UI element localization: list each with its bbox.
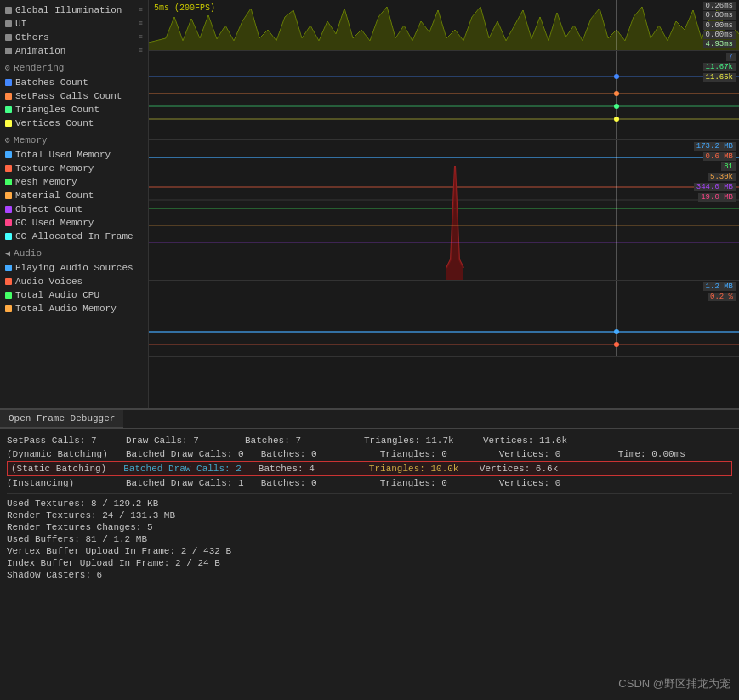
bottom-panel: Open Frame Debugger SetPass Calls: 7 Dra… [0,408,739,700]
svg-point-26 [614,329,619,334]
sidebar: Global Illumination ≡ UI ≡ Others ≡ Anim… [0,0,149,408]
fps-chart-svg [149,0,739,51]
detail-line-1: Used Textures: 8 / 129.2 KB [7,498,732,509]
batches: Batches: 7 [245,435,347,446]
render-values: 7 11.67k 11.65k [703,53,736,82]
memory-chart-section: 173.2 MB 0.6 MB 81 5.30k 344.0 MB 19.0 M… [149,140,739,281]
stats-grid: SetPass Calls: 7 Draw Calls: 7 Batches: … [0,429,739,586]
fps-bottom-values: 0.00ms 0.00ms 4.93ms [703,21,736,48]
sidebar-item-ui[interactable]: UI ≡ [0,17,148,31]
static-batching: (Static Batching) [11,464,106,474]
svg-point-9 [614,74,619,79]
triangles: Triangles: 11.7k [364,435,466,446]
sidebar-item-total-audio-memory[interactable]: Total Audio Memory [0,302,148,316]
instancing-draw-calls: Batched Draw Calls: 1 [126,478,244,488]
menu-icon: ≡ [139,20,143,28]
svg-rect-13 [149,140,739,281]
batched-draw-calls: Batched Draw Calls: 0 [126,449,244,459]
svg-rect-22 [149,281,739,357]
batches-highlighted: Batches: 4 [259,464,352,474]
render-chart-svg [149,51,739,140]
gear-icon: ⚙ [5,135,10,145]
time: Time: 0.00ms [618,449,720,459]
sidebar-item-animation[interactable]: Animation ≡ [0,44,148,58]
render-chart-section: 7 11.67k 11.65k [149,51,739,140]
sidebar-item-total-used-memory[interactable]: Total Used Memory [0,148,148,162]
stats-row-1: SetPass Calls: 7 Draw Calls: 7 Batches: … [7,434,732,447]
detail-line-6: Index Buffer Upload In Frame: 2 / 24 B [7,557,732,569]
sidebar-item-playing-audio-sources[interactable]: Playing Audio Sources [0,261,148,275]
audio-chart-svg [149,281,739,357]
sidebar-item-audio-voices[interactable]: Audio Voices [0,275,148,288]
sidebar-category-audio[interactable]: ◀ Audio [0,243,148,261]
dynamic-batching: (Dynamic Batching) [7,449,109,459]
sidebar-category-rendering[interactable]: ⚙ Rendering [0,58,148,76]
memory-chart-svg [149,140,739,281]
menu-icon: ≡ [139,6,143,14]
triangles-highlighted: Triangles: 10.0k [369,464,463,474]
audio-icon: ◀ [5,248,10,259]
detail-line-4: Used Buffers: 81 / 1.2 MB [7,533,732,545]
sidebar-item-batches-count[interactable]: Batches Count [0,76,148,89]
sidebar-item-material-count[interactable]: Material Count [0,189,148,202]
sidebar-item-texture-memory[interactable]: Texture Memory [0,162,148,175]
stats-row-2: (Dynamic Batching) Batched Draw Calls: 0… [7,447,732,461]
menu-icon: ≡ [139,33,143,42]
svg-rect-3 [149,51,739,140]
tab-bar: Open Frame Debugger [0,410,739,429]
sidebar-item-object-count[interactable]: Object Count [0,202,148,216]
sidebar-item-triangles-count[interactable]: Triangles Count [0,103,148,117]
watermark: CSDN @野区捕龙为宠 [618,676,730,691]
detail-line-2: Render Textures: 24 / 131.3 MB [7,509,732,521]
sidebar-item-total-audio-cpu[interactable]: Total Audio CPU [0,288,148,302]
batches-2: Batches: 0 [261,449,363,459]
sidebar-item-global-illumination[interactable]: Global Illumination ≡ [0,3,148,17]
fps-label: 5ms (200FPS) [154,3,215,13]
audio-chart-section: 1.2 MB 0.2 % [149,281,739,357]
open-frame-debugger-tab[interactable]: Open Frame Debugger [0,410,123,428]
sidebar-item-vertices-count[interactable]: Vertices Count [0,117,148,130]
divider [7,493,732,494]
vertices: Vertices: 11.6k [483,435,585,446]
draw-calls: Draw Calls: 7 [126,435,228,446]
instancing: (Instancing) [7,478,109,488]
svg-point-27 [614,342,619,347]
chart-area: 5ms (200FPS) 0.26ms 0.00ms 0.00ms 0.00ms… [149,0,739,408]
sidebar-item-others[interactable]: Others ≡ [0,31,148,44]
fps-chart-section: 5ms (200FPS) 0.26ms 0.00ms 0.00ms 0.00ms… [149,0,739,51]
sidebar-category-memory[interactable]: ⚙ Memory [0,130,148,148]
detail-line-7: Shadow Casters: 6 [7,569,732,581]
sidebar-item-setpass-calls[interactable]: SetPass Calls Count [0,89,148,103]
instancing-triangles: Triangles: 0 [380,478,482,488]
vertices-highlighted: Vertices: 6.6k [480,464,573,474]
vertices-2: Vertices: 0 [499,449,601,459]
fps-values: 0.26ms 0.00ms [703,2,736,20]
svg-point-11 [614,104,619,109]
detail-line-3: Render Textures Changes: 5 [7,521,732,533]
sidebar-item-gc-allocated-in-frame[interactable]: GC Allocated In Frame [0,230,148,243]
instancing-vertices: Vertices: 0 [499,478,601,488]
menu-icon: ≡ [139,47,143,55]
gear-icon: ⚙ [5,63,10,73]
detail-line-5: Vertex Buffer Upload In Frame: 2 / 432 B [7,545,732,557]
memory-values: 173.2 MB 0.6 MB 81 5.30k 344.0 MB 19.0 M… [694,142,736,202]
stats-row-instancing: (Instancing) Batched Draw Calls: 1 Batch… [7,476,732,490]
sidebar-top-section: Global Illumination ≡ UI ≡ Others ≡ Anim… [0,0,148,58]
instancing-batches: Batches: 0 [261,478,363,488]
sidebar-item-gc-used-memory[interactable]: GC Used Memory [0,216,148,230]
batched-draw-calls-highlighted: Batched Draw Calls: 2 [123,464,242,474]
setpass-calls: SetPass Calls: 7 [7,435,109,446]
svg-point-12 [614,117,619,122]
audio-values: 1.2 MB 0.2 % [703,282,736,301]
triangles-2: Triangles: 0 [380,449,482,459]
highlighted-row[interactable]: (Static Batching) Batched Draw Calls: 2 … [7,461,732,476]
svg-point-10 [614,91,619,96]
sidebar-item-mesh-memory[interactable]: Mesh Memory [0,175,148,189]
